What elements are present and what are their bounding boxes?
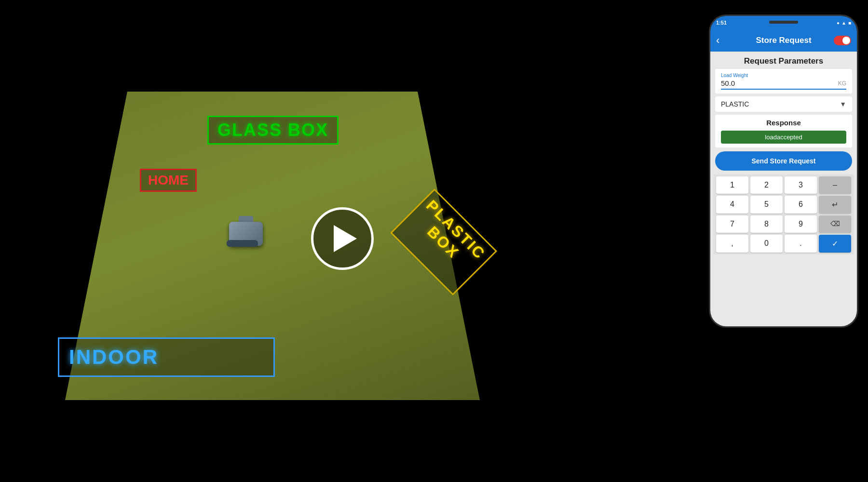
signal-icon: ▲: [841, 20, 846, 26]
key-9[interactable]: 9: [785, 215, 817, 233]
response-badge: loadaccepted: [721, 131, 846, 144]
home-label: HOME: [140, 169, 197, 192]
key-1[interactable]: 1: [716, 176, 748, 194]
key-4[interactable]: 4: [716, 196, 748, 214]
toggle-switch[interactable]: [834, 36, 851, 45]
key-2[interactable]: 2: [750, 176, 783, 194]
wifi-icon: ●: [837, 20, 840, 26]
status-time: 1:51: [716, 20, 727, 26]
key-backspace[interactable]: ⌫: [819, 215, 851, 233]
dropdown-arrow-icon: ▼: [840, 100, 846, 108]
phone-shell: 1:51 ● ▲ ■ ‹ Store Request Request Param…: [709, 14, 858, 328]
request-params-title: Request Parameters: [710, 52, 857, 69]
response-title: Response: [721, 119, 846, 127]
key-0[interactable]: 0: [750, 235, 783, 253]
load-weight-unit: KG: [838, 80, 846, 87]
robot: [224, 212, 268, 251]
load-weight-row: 50.0 KG: [721, 79, 846, 90]
key-6[interactable]: 6: [785, 196, 817, 214]
load-weight-value[interactable]: 50.0: [721, 79, 735, 87]
key-8[interactable]: 8: [750, 215, 783, 233]
arena-scene: GLASS BOX HOME INDOOR PLASTICBOX: [0, 0, 545, 482]
key-dot[interactable]: .: [785, 235, 817, 253]
status-icons: ● ▲ ■: [837, 20, 851, 26]
glass-box-label: GLASS BOX: [207, 116, 339, 145]
send-store-request-button[interactable]: Send Store Request: [715, 151, 852, 171]
load-weight-label: Load Weight: [721, 73, 846, 78]
key-5[interactable]: 5: [750, 196, 783, 214]
back-button[interactable]: ‹: [716, 34, 719, 47]
play-button[interactable]: [311, 207, 374, 270]
material-dropdown[interactable]: PLASTIC ▼: [715, 96, 852, 112]
app-bar-title: Store Request: [756, 36, 811, 45]
indoor-label: INDOOR: [58, 337, 275, 377]
app-bar: ‹ Store Request: [710, 29, 857, 52]
play-icon: [334, 225, 357, 252]
toggle-knob: [842, 37, 850, 44]
phone-mockup: 1:51 ● ▲ ■ ‹ Store Request Request Param…: [709, 14, 858, 328]
key-enter[interactable]: ↵: [819, 196, 851, 214]
key-confirm[interactable]: ✓: [819, 235, 851, 253]
robot-track-left: [227, 240, 258, 247]
screen-content: Request Parameters Load Weight 50.0 KG P…: [710, 52, 857, 326]
material-value: PLASTIC: [721, 100, 749, 108]
numeric-keypad: 1 2 3 – 4 5 6 ↵ 7 8 9 ⌫ , 0 . ✓: [713, 174, 854, 254]
key-comma[interactable]: ,: [716, 235, 748, 253]
key-minus[interactable]: –: [819, 176, 851, 194]
load-weight-card: Load Weight 50.0 KG: [715, 69, 852, 94]
key-7[interactable]: 7: [716, 215, 748, 233]
arena-wrapper: GLASS BOX HOME INDOOR PLASTICBOX: [41, 53, 504, 429]
key-3[interactable]: 3: [785, 176, 817, 194]
battery-icon: ■: [848, 20, 851, 26]
phone-speaker: [769, 21, 798, 24]
response-section: Response loadaccepted: [715, 115, 852, 147]
